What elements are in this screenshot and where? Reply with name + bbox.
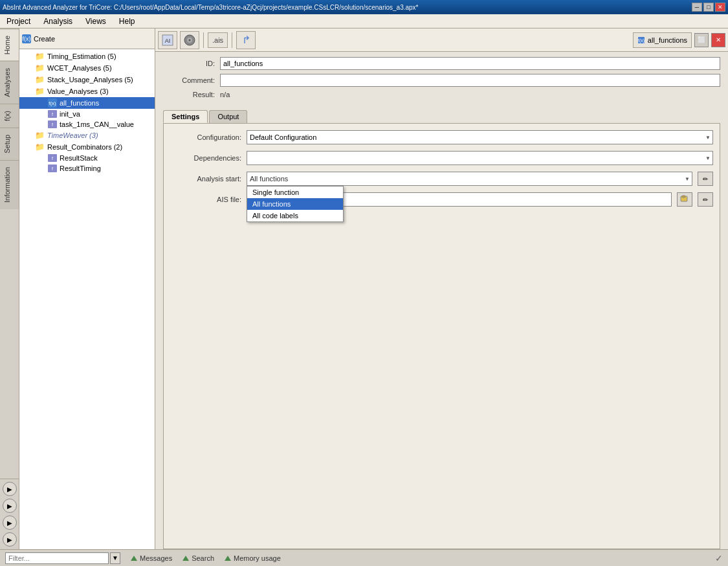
close-button[interactable]: ✕	[715, 3, 725, 12]
settings-panel: Configuration: Default Configuration ▼ D…	[163, 123, 720, 549]
analysis-start-select[interactable]: All functions	[247, 172, 692, 186]
minimize-button[interactable]: ─	[692, 3, 702, 12]
memory-status[interactable]: Memory usage	[225, 554, 281, 562]
menu-analysis[interactable]: Analysis	[39, 16, 76, 27]
deps-select[interactable]	[247, 151, 713, 165]
svg-text:AI: AI	[165, 38, 171, 44]
absint-logo-icon: AI	[161, 34, 174, 47]
search-label: Search	[192, 554, 214, 562]
timeweaver-label: TimeWeaver (3)	[47, 131, 98, 139]
sidebar-tab-fx[interactable]: f(x)	[0, 104, 19, 128]
func-icon-result-stack: f	[48, 154, 57, 162]
search-status[interactable]: Search	[182, 554, 214, 562]
sidebar-tabs: Home Analyses f(x) Setup Information	[0, 28, 19, 479]
analysis-start-edit-btn[interactable]: ✏	[698, 172, 713, 186]
svg-rect-8	[682, 196, 685, 198]
func-tab-icon: f(x)	[637, 36, 645, 44]
maximize-button[interactable]: □	[703, 3, 714, 12]
config-select[interactable]: Default Configuration	[247, 130, 713, 144]
ais-browse-btn[interactable]	[677, 192, 692, 207]
messages-status[interactable]: Messages	[131, 554, 172, 562]
timing-est-label: Timing_Estimation (5)	[47, 52, 116, 60]
func-icon-init-va: f	[48, 110, 57, 118]
tree-item-result-timing[interactable]: f ResultTiming	[19, 163, 155, 174]
tree-item-all-functions[interactable]: f(x) all_functions	[19, 97, 155, 109]
play-button-1[interactable]: ▶	[3, 482, 17, 496]
content-toolbar: AI .ais ↱	[155, 28, 728, 52]
toolbar-separator-2	[232, 32, 232, 48]
option-all-functions[interactable]: All functions	[247, 198, 343, 210]
content-area: AI .ais ↱	[155, 28, 728, 549]
result-stack-label: ResultStack	[60, 154, 98, 162]
analysis-start-row: Analysis start: All functions ▼ Single f…	[170, 172, 713, 186]
tree-item-wcet[interactable]: 📁 WCET_Analyses (5)	[19, 62, 155, 74]
analysis-start-selected: All functions	[250, 175, 288, 183]
tree-panel: f(x) Create 📁 Timing_Estimation (5) 📁 WC…	[19, 28, 155, 549]
title-bar: AbsInt Advanced Analyzer for TriCore: C:…	[0, 0, 728, 14]
folder-icon-result-comb: 📁	[35, 142, 45, 152]
create-label: Create	[34, 35, 55, 43]
tree-item-result-stack[interactable]: f ResultStack	[19, 153, 155, 163]
id-input[interactable]	[220, 57, 720, 70]
play-button-3[interactable]: ▶	[3, 515, 17, 530]
analysis-start-dropdown: Single function All functions All code l…	[247, 186, 344, 222]
toolbar-separator	[203, 32, 204, 48]
play-button-4[interactable]: ▶	[3, 532, 17, 547]
deps-select-wrapper: ▼	[247, 151, 713, 165]
func-icon-all-functions: f(x)	[48, 98, 57, 108]
deps-label: Dependencies:	[170, 154, 241, 162]
title-controls: ─ □ ✕	[692, 3, 725, 12]
messages-icon	[131, 556, 137, 561]
comment-label: Comment:	[163, 76, 215, 84]
tree-item-value[interactable]: 📁 Value_Analyses (3)	[19, 85, 155, 97]
sidebar-tab-home[interactable]: Home	[0, 28, 19, 61]
comment-input[interactable]	[220, 74, 720, 87]
filter-input[interactable]	[5, 552, 109, 564]
tab-settings[interactable]: Settings	[163, 110, 208, 123]
svg-point-4	[189, 39, 191, 41]
memory-label: Memory usage	[234, 554, 281, 562]
tree-item-timing-est[interactable]: 📁 Timing_Estimation (5)	[19, 51, 155, 62]
analysis-start-wrapper: All functions ▼ Single function All func…	[247, 172, 692, 186]
tree-item-timeweaver[interactable]: 📁 TimeWeaver (3)	[19, 130, 155, 141]
expand-button[interactable]: ⬜	[694, 33, 709, 47]
toolbar-disk-btn[interactable]	[180, 31, 199, 49]
messages-label: Messages	[140, 554, 172, 562]
close-tab-button[interactable]: ✕	[711, 33, 725, 47]
ais-edit-btn[interactable]: ✏	[698, 192, 713, 207]
checkmark-icon: ✓	[715, 553, 723, 563]
tree-item-result-comb[interactable]: 📁 Result_Combinators (2)	[19, 141, 155, 153]
tab-output[interactable]: Output	[209, 110, 247, 123]
config-select-wrapper: Default Configuration ▼	[247, 130, 713, 144]
tree-item-task-1ms[interactable]: f task_1ms_CAN__value	[19, 119, 155, 130]
toolbar-arrow-btn[interactable]: ↱	[236, 31, 256, 49]
result-timing-label: ResultTiming	[60, 164, 101, 172]
result-row: Result: n/a	[163, 91, 720, 98]
toolbar-icon-btn[interactable]: AI	[158, 31, 177, 49]
ais-file-label: AIS file:	[170, 196, 241, 203]
analysis-start-label: Analysis start:	[170, 175, 241, 183]
filter-section: ▼	[5, 552, 120, 564]
menu-views[interactable]: Views	[82, 16, 110, 27]
result-value: n/a	[220, 91, 720, 98]
tree-item-init-va[interactable]: f init_va	[19, 109, 155, 119]
play-button-2[interactable]: ▶	[3, 499, 17, 513]
create-function-icon: f(x)	[22, 34, 31, 43]
sidebar-tab-information[interactable]: Information	[0, 160, 19, 209]
search-icon	[182, 556, 189, 561]
filter-dropdown-btn[interactable]: ▼	[110, 552, 120, 564]
menu-bar: Project Analysis Views Help	[0, 14, 728, 28]
func-icon-result-timing: f	[48, 164, 57, 172]
config-label: Configuration:	[170, 133, 241, 141]
comment-row: Comment:	[163, 74, 720, 87]
sidebar-tab-analyses[interactable]: Analyses	[0, 61, 19, 104]
left-sidebar: Home Analyses f(x) Setup Information ▶ ▶…	[0, 28, 19, 549]
menu-help[interactable]: Help	[115, 16, 139, 27]
result-comb-label: Result_Combinators (2)	[47, 143, 122, 151]
option-all-code-labels[interactable]: All code labels	[247, 210, 343, 221]
sidebar-tab-setup[interactable]: Setup	[0, 128, 19, 160]
menu-project[interactable]: Project	[3, 16, 34, 27]
memory-icon	[225, 556, 231, 561]
tree-item-stack[interactable]: 📁 Stack_Usage_Analyses (5)	[19, 74, 155, 85]
option-single-function[interactable]: Single function	[247, 187, 343, 198]
